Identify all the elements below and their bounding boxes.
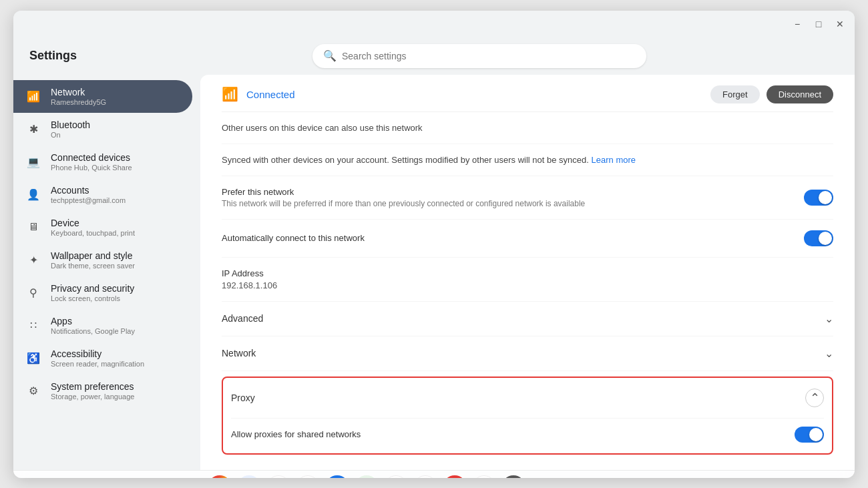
allow-proxies-label: Allow proxies for shared networks [231, 429, 361, 439]
synced-text: Synced with other devices on your accoun… [222, 155, 589, 165]
app-meet[interactable]: ◆ [355, 475, 379, 478]
system-icon: ⚙ [27, 385, 40, 397]
app-calendar[interactable]: 📅 [296, 475, 320, 478]
network-label: Network [222, 348, 256, 358]
window-controls: − □ ✕ [789, 16, 848, 32]
auto-connect-row: Automatically connect to this network [222, 220, 833, 258]
prefer-network-sub: This network will be preferred if more t… [222, 199, 585, 208]
sidebar-item-privacy[interactable]: ⚲ Privacy and security Lock screen, cont… [13, 276, 192, 309]
sidebar-item-connected-devices[interactable]: 💻 Connected devices Phone Hub, Quick Sha… [13, 146, 192, 178]
privacy-icon: ⚲ [27, 286, 40, 299]
advanced-row[interactable]: Advanced ⌄ [222, 302, 833, 336]
allow-proxies-toggle[interactable] [795, 427, 824, 443]
sidebar-item-accessibility[interactable]: ♿ Accessibility Screen reader, magnifica… [13, 342, 192, 375]
titlebar: − □ ✕ [13, 11, 855, 37]
app-title: Settings [29, 49, 110, 63]
accessibility-icon: ♿ [27, 352, 40, 364]
app-gmail[interactable]: M [266, 475, 290, 478]
connection-type-row: Connection type Direct Internet connecti… [222, 460, 833, 470]
sidebar-item-bluetooth[interactable]: ✱ Bluetooth On [13, 113, 192, 146]
sidebar-item-accounts[interactable]: 👤 Accounts techpptest@gmail.com [13, 178, 192, 211]
network-chevron-icon: ⌄ [825, 347, 833, 360]
prefer-network-row: Prefer this network This network will be… [222, 176, 833, 220]
advanced-chevron-icon: ⌄ [825, 312, 833, 325]
proxy-section: Proxy ⌃ Allow proxies for shared network… [222, 377, 833, 455]
synced-row: Synced with other devices on your accoun… [222, 144, 833, 176]
network-actions: Forget Disconnect [710, 85, 833, 103]
allow-proxies-row: Allow proxies for shared networks [231, 418, 824, 453]
devices-icon: 💻 [27, 156, 40, 168]
proxy-header[interactable]: Proxy ⌃ [231, 378, 824, 418]
app-gemini[interactable]: ✦ [237, 475, 261, 478]
app-files[interactable]: 📁 [325, 475, 349, 478]
search-bar[interactable]: 🔍 [312, 44, 646, 68]
apps-icon: ∷ [27, 319, 40, 332]
sidebar-item-device[interactable]: 🖥 Device Keyboard, touchpad, print [13, 211, 192, 244]
app-header: Settings 🔍 [13, 37, 855, 75]
sidebar-item-apps[interactable]: ∷ Apps Notifications, Google Play [13, 309, 192, 342]
prefer-network-label: Prefer this network [222, 187, 585, 197]
app-maps[interactable]: ☍ [384, 475, 408, 478]
sidebar-item-network[interactable]: 📶 Network Rameshreddy5G [13, 80, 192, 113]
app-settings[interactable]: ⚙ [501, 475, 525, 478]
wifi-icon: 📶 [27, 90, 40, 103]
app-youtube[interactable]: ▶ [443, 475, 467, 478]
app-play[interactable]: ▶ [413, 475, 437, 478]
ip-address-row: IP Address 192.168.1.106 [222, 258, 833, 302]
main-content: 📶 Connected Forget Disconnect Other user… [200, 75, 855, 470]
taskbar-apps: ● ✦ M 📅 📁 ◆ ☍ ▶ ▶ ✿ ⚙ [53, 475, 680, 478]
wifi-connected-icon: 📶 [222, 86, 238, 102]
sidebar: 📶 Network Rameshreddy5G ✱ Bluetooth On 💻 [13, 75, 200, 470]
sidebar-item-wallpaper[interactable]: ✦ Wallpaper and style Dark theme, screen… [13, 244, 192, 276]
network-row[interactable]: Network ⌄ [222, 336, 833, 371]
forget-button[interactable]: Forget [710, 85, 760, 103]
shared-network-row: Other users on this device can also use … [222, 112, 833, 144]
disconnect-button[interactable]: Disconnect [767, 85, 833, 103]
close-button[interactable]: ✕ [832, 16, 848, 32]
learn-more-link[interactable]: Learn more [592, 155, 636, 165]
ip-address-label: IP Address [222, 268, 833, 278]
connection-status: Connected [246, 89, 295, 100]
wallpaper-icon: ✦ [27, 254, 40, 266]
proxy-label: Proxy [231, 393, 255, 403]
accounts-icon: 👤 [27, 188, 40, 201]
app-photos[interactable]: ✿ [472, 475, 496, 478]
prefer-network-toggle[interactable] [804, 190, 833, 206]
search-icon: 🔍 [323, 49, 337, 62]
search-input[interactable] [342, 51, 636, 61]
maximize-button[interactable]: □ [811, 16, 827, 32]
taskbar: ● ✦ M 📅 📁 ◆ ☍ ▶ ▶ ✿ ⚙ [13, 470, 855, 478]
sidebar-item-system[interactable]: ⚙ System preferences Storage, power, lan… [13, 375, 192, 407]
bluetooth-icon: ✱ [27, 123, 40, 136]
network-header: 📶 Connected Forget Disconnect [222, 75, 833, 112]
auto-connect-label: Automatically connect to this network [222, 233, 365, 243]
device-icon: 🖥 [27, 221, 40, 233]
auto-connect-toggle[interactable] [804, 230, 833, 246]
minimize-button[interactable]: − [789, 16, 805, 32]
advanced-label: Advanced [222, 313, 263, 324]
shared-network-text: Other users on this device can also use … [222, 123, 423, 133]
ip-address-value: 192.168.1.106 [222, 280, 833, 290]
app-chrome[interactable]: ● [208, 475, 232, 478]
proxy-chevron-icon: ⌃ [805, 389, 824, 407]
